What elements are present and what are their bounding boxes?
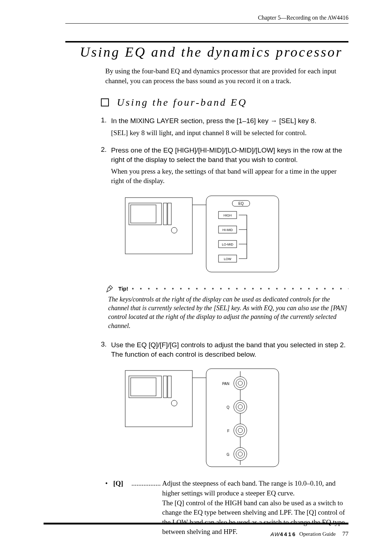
page-header: Chapter 5—Recording on the AW4416 — [65, 15, 348, 24]
tip-dots: • • • • • • • • • • • • • • • • • • • • … — [132, 285, 348, 292]
step-2: 2. Press one of the EQ [HIGH]/[HI-MID]/[… — [101, 146, 348, 186]
q-param-bullet: • [Q] ................. Adjust the steep… — [105, 479, 348, 537]
svg-point-18 — [171, 400, 177, 406]
logo-part1: AW — [270, 531, 280, 537]
step-heading-part: [SEL] key 8. — [277, 117, 317, 125]
logo-part2: 4416 — [280, 531, 296, 537]
bullet-mark: • — [105, 479, 113, 537]
page: Chapter 5—Recording on the AW4416 Using … — [0, 0, 392, 555]
q-knob-label: Q — [226, 405, 229, 409]
svg-rect-2 — [131, 205, 156, 223]
step-heading: Press one of the EQ [HIGH]/[HI-MID]/[LO-… — [111, 146, 348, 164]
eq-label: EQ — [238, 202, 244, 206]
intro-paragraph: By using the four-band EQ and dynamics p… — [105, 66, 348, 86]
arrow-icon: → — [270, 117, 277, 125]
tip-label: Tip! — [118, 285, 128, 292]
step-heading: In the MIXING LAYER section, press the [… — [111, 117, 317, 125]
svg-rect-16 — [163, 376, 167, 398]
bullet-dots: ................. — [131, 479, 161, 537]
step-number: 3. — [101, 340, 111, 348]
tip-block: Tip! • • • • • • • • • • • • • • • • • •… — [105, 284, 348, 330]
section-title: Using EQ and the dynamics processor — [80, 44, 348, 60]
lomid-key-label: LO-MID — [222, 243, 233, 246]
high-key-label: HIGH — [224, 214, 232, 217]
step-heading-part: In the MIXING LAYER section, press the [… — [111, 117, 270, 125]
himid-key-label: HI-MID — [222, 228, 233, 232]
svg-rect-7 — [206, 196, 279, 272]
footer-text: Operation Guide — [299, 531, 336, 537]
svg-point-25 — [234, 400, 247, 413]
low-key-label: LOW — [224, 257, 232, 261]
svg-rect-13 — [125, 370, 192, 427]
g-knob-label: G — [226, 453, 229, 457]
svg-point-31 — [234, 447, 247, 461]
step-detail: [SEL] key 8 will light, and input channe… — [111, 128, 348, 138]
svg-rect-1 — [129, 203, 162, 225]
step-detail: When you press a key, the settings of th… — [111, 167, 348, 186]
footer-rule — [44, 523, 348, 524]
svg-point-22 — [234, 377, 247, 390]
step-number: 1. — [101, 116, 111, 124]
bullet-label: [Q] — [113, 479, 131, 537]
step-heading: Use the EQ [Q]/[F]/[G] controls to adjus… — [111, 340, 348, 359]
f-knob-label: F — [227, 429, 229, 433]
step-number: 2. — [101, 146, 111, 154]
sub-heading: Using the four-band EQ — [117, 97, 247, 108]
tip-text: The keys/controls at the right of the di… — [108, 295, 348, 330]
svg-rect-14 — [129, 376, 162, 398]
tip-pencil-icon — [105, 284, 115, 293]
eq-controls-diagram: PAN Q F G — [123, 367, 348, 470]
svg-point-28 — [234, 424, 247, 437]
bullet-body: Adjust the steepness of each band. The r… — [161, 479, 348, 537]
svg-rect-3 — [163, 203, 167, 225]
svg-rect-17 — [168, 376, 171, 398]
svg-rect-0 — [125, 198, 192, 254]
footer: AW4416 Operation Guide 77 — [167, 530, 348, 538]
pan-knob-label: PAN — [222, 382, 229, 386]
svg-rect-4 — [168, 203, 171, 225]
svg-rect-15 — [131, 378, 156, 396]
svg-point-5 — [171, 227, 177, 233]
product-logo: AW4416 — [270, 531, 296, 537]
page-number: 77 — [342, 530, 348, 538]
sub-heading-row: Using the four-band EQ — [101, 97, 348, 108]
eq-keys-diagram: EQ HIGH HI-MID LO-MID LOW — [123, 194, 348, 275]
step-3: 3. Use the EQ [Q]/[F]/[G] controls to ad… — [101, 340, 348, 359]
step-1: 1. In the MIXING LAYER section, press th… — [101, 116, 348, 138]
title-rule — [65, 41, 348, 42]
square-bullet-icon — [101, 98, 109, 106]
